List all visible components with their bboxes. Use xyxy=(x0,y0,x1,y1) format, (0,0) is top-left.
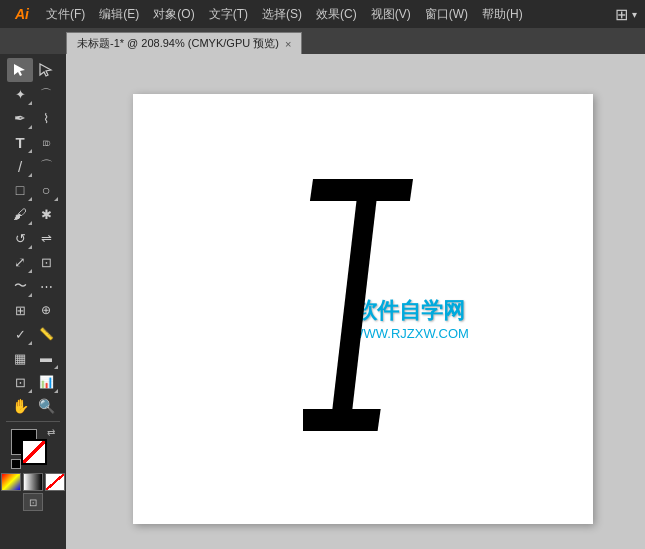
tool-row-14: ⊡ 📊 xyxy=(0,370,66,394)
menu-bar: 文件(F) 编辑(E) 对象(O) 文字(T) 选择(S) 效果(C) 视图(V… xyxy=(40,3,529,26)
tool-row-10: 〜 ⋯ xyxy=(0,274,66,298)
canvas-content: 软件自学网 WWW.RJZXW.COM xyxy=(66,54,645,549)
menu-window[interactable]: 窗口(W) xyxy=(419,3,474,26)
none-button[interactable] xyxy=(45,473,65,491)
main-area: ✦ ⌒ ✒ ⌇ T ⎄ xyxy=(0,54,645,549)
chart-tool[interactable]: ▬ xyxy=(33,346,59,370)
tab-bar: 未标题-1* @ 208.94% (CMYK/GPU 预览) × xyxy=(0,28,645,54)
eyedropper-tool[interactable]: ✓ xyxy=(7,322,33,346)
bottom-tools: ⊡ xyxy=(1,473,65,511)
menu-text[interactable]: 文字(T) xyxy=(203,3,254,26)
color-button[interactable] xyxy=(1,473,21,491)
lasso-tool[interactable]: ⌒ xyxy=(33,82,59,106)
menu-edit[interactable]: 编辑(E) xyxy=(93,3,145,26)
svg-rect-60 xyxy=(303,409,381,431)
change-screen-mode-button[interactable]: ⊡ xyxy=(23,493,43,511)
direct-selection-tool[interactable] xyxy=(33,58,59,82)
pen-tool[interactable]: ✒ xyxy=(7,106,33,130)
rectangle-tool[interactable]: □ xyxy=(7,178,33,202)
rotate-tool[interactable]: ↺ xyxy=(7,226,33,250)
stroke-color-swatch[interactable] xyxy=(21,439,47,465)
tool-row-6: □ ○ xyxy=(0,178,66,202)
tool-row-4: T ⎄ xyxy=(0,130,66,154)
tool-row-selection xyxy=(0,58,66,82)
canvas-area[interactable]: 软件自学网 WWW.RJZXW.COM xyxy=(66,54,645,549)
tool-row-15: ✋ 🔍 xyxy=(0,394,66,418)
menu-view[interactable]: 视图(V) xyxy=(365,3,417,26)
scale-tool[interactable]: ⤢ xyxy=(7,250,33,274)
tool-row-7: 🖌 ✱ xyxy=(0,202,66,226)
tool-row-11: ⊞ ⊕ xyxy=(0,298,66,322)
swap-colors-button[interactable]: ⇄ xyxy=(47,427,55,438)
default-colors-button[interactable] xyxy=(11,459,21,469)
workspace-switcher[interactable]: ⊞ ▾ xyxy=(615,5,637,24)
symbol-tool[interactable]: ⊡ xyxy=(7,370,33,394)
menu-select[interactable]: 选择(S) xyxy=(256,3,308,26)
tool-row-9: ⤢ ⊡ xyxy=(0,250,66,274)
tab-close-button[interactable]: × xyxy=(285,38,291,50)
measure-tool[interactable]: 📏 xyxy=(33,322,59,346)
document-tab[interactable]: 未标题-1* @ 208.94% (CMYK/GPU 预览) × xyxy=(66,32,302,54)
blob-brush-tool[interactable]: ✱ xyxy=(33,202,59,226)
hand-tool[interactable]: ✋ xyxy=(7,394,33,418)
curvature-tool[interactable]: ⌇ xyxy=(33,106,59,130)
menu-object[interactable]: 对象(O) xyxy=(147,3,200,26)
view-mode-row: ⊡ xyxy=(23,493,43,511)
paintbrush-tool[interactable]: 🖌 xyxy=(7,202,33,226)
arc-tool[interactable]: ⌒ xyxy=(33,154,59,178)
menu-file[interactable]: 文件(F) xyxy=(40,3,91,26)
tool-row-13: ▦ ▬ xyxy=(0,346,66,370)
column-graph-tool[interactable]: 📊 xyxy=(33,370,59,394)
svg-marker-0 xyxy=(14,64,25,76)
touch-type-tool[interactable]: ⎄ xyxy=(33,130,59,154)
magic-wand-tool[interactable]: ✦ xyxy=(7,82,33,106)
ai-logo: Ai xyxy=(8,2,36,26)
zoom-tool[interactable]: 🔍 xyxy=(33,394,59,418)
shape-builder-tool[interactable]: ⊕ xyxy=(33,298,59,322)
svg-marker-59 xyxy=(331,201,376,419)
menu-effect[interactable]: 效果(C) xyxy=(310,3,363,26)
ellipse-tool[interactable]: ○ xyxy=(33,178,59,202)
color-area: ⇄ xyxy=(11,429,55,469)
reflect-tool[interactable]: ⇌ xyxy=(33,226,59,250)
title-bar: Ai 文件(F) 编辑(E) 对象(O) 文字(T) 选择(S) 效果(C) 视… xyxy=(0,0,645,28)
tool-row-5: / ⌒ xyxy=(0,154,66,178)
svg-rect-58 xyxy=(310,179,413,201)
tab-label: 未标题-1* @ 208.94% (CMYK/GPU 预览) xyxy=(77,36,279,51)
selection-tool[interactable] xyxy=(7,58,33,82)
width-tool[interactable]: ⋯ xyxy=(33,274,59,298)
free-transform-tool[interactable]: ⊞ xyxy=(7,298,33,322)
tool-row-2: ✦ ⌒ xyxy=(0,82,66,106)
svg-marker-1 xyxy=(40,64,51,76)
warp-tool[interactable]: 〜 xyxy=(7,274,33,298)
artboard: 软件自学网 WWW.RJZXW.COM xyxy=(133,94,593,524)
shear-tool[interactable]: ⊡ xyxy=(33,250,59,274)
color-mode-row xyxy=(1,473,65,491)
gradient-button[interactable] xyxy=(23,473,43,491)
tool-row-8: ↺ ⇌ xyxy=(0,226,66,250)
type-tool[interactable]: T xyxy=(7,130,33,154)
gradient-tool[interactable]: ▦ xyxy=(7,346,33,370)
toolbar: ✦ ⌒ ✒ ⌇ T ⎄ xyxy=(0,54,66,549)
line-segment-tool[interactable]: / xyxy=(7,154,33,178)
tool-row-3: ✒ ⌇ xyxy=(0,106,66,130)
tool-row-12: ✓ 📏 xyxy=(0,322,66,346)
menu-help[interactable]: 帮助(H) xyxy=(476,3,529,26)
toolbar-separator xyxy=(6,421,60,422)
letter-i-shape xyxy=(303,179,423,439)
